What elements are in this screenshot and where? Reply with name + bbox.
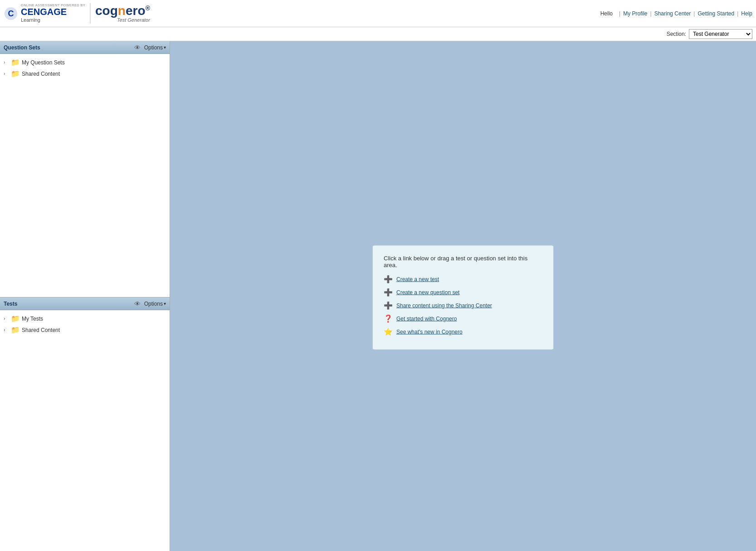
create-question-set-link[interactable]: Create a new question set xyxy=(396,289,459,295)
my-question-sets-arrow: › xyxy=(4,60,9,65)
tests-controls: 👁 Options ▾ xyxy=(134,300,166,307)
shared-content-tests-item[interactable]: › 📁 Shared Content xyxy=(2,324,168,336)
my-tests-arrow: › xyxy=(4,316,9,321)
shared-content-qs-folder-icon: 📁 xyxy=(11,69,20,78)
question-sets-content: › 📁 My Question Sets › 📁 Shared Content xyxy=(0,54,170,297)
get-started-link[interactable]: Get started with Cognero xyxy=(396,315,457,322)
shared-content-tests-label: Shared Content xyxy=(22,327,60,333)
create-question-set-item: ➕ Create a new question set xyxy=(384,288,542,297)
my-question-sets-item[interactable]: › 📁 My Question Sets xyxy=(2,57,168,68)
separator-1: | xyxy=(619,10,620,17)
my-question-sets-folder-icon: 📁 xyxy=(11,58,20,67)
welcome-title: Click a link below or drag a test or que… xyxy=(384,255,542,268)
question-sets-options-btn[interactable]: Options ▾ xyxy=(144,44,166,51)
shared-content-tests-arrow: › xyxy=(4,327,9,332)
shared-content-tests-folder-icon: 📁 xyxy=(11,326,20,334)
share-content-link[interactable]: Share content using the Sharing Center xyxy=(396,302,492,308)
cengage-top-row: C ONLINE ASSESSMENT POWERED BY CENGAGE L… xyxy=(4,3,85,23)
separator-4: | xyxy=(737,10,738,17)
help-link[interactable]: Help xyxy=(741,10,752,17)
my-tests-item[interactable]: › 📁 My Tests xyxy=(2,313,168,324)
section-select[interactable]: Test Generator xyxy=(689,29,752,39)
my-tests-label: My Tests xyxy=(22,316,43,322)
shared-content-qs-arrow: › xyxy=(4,71,9,76)
header-right: Hello | My Profile | Sharing Center | Ge… xyxy=(600,10,752,17)
tests-title: Tests xyxy=(4,301,17,307)
cengage-section: C ONLINE ASSESSMENT POWERED BY CENGAGE L… xyxy=(4,3,91,23)
welcome-box: Click a link below or drag a test or que… xyxy=(372,245,554,350)
separator-3: | xyxy=(693,10,695,17)
share-content-icon: ➕ xyxy=(384,301,393,310)
cengage-text-block: ONLINE ASSESSMENT POWERED BY CENGAGE Lea… xyxy=(21,3,85,23)
right-panel: Click a link below or drag a test or que… xyxy=(170,41,756,551)
shared-content-qs-label: Shared Content xyxy=(22,71,60,77)
my-question-sets-label: My Question Sets xyxy=(22,59,65,66)
my-profile-link[interactable]: My Profile xyxy=(623,10,647,17)
question-sets-section: Question Sets 👁 Options ▾ › 📁 My Questio… xyxy=(0,41,170,297)
get-started-item: ❓ Get started with Cognero xyxy=(384,314,542,323)
my-tests-folder-icon: 📁 xyxy=(11,314,20,323)
whats-new-icon: ⭐ xyxy=(384,327,393,336)
hello-text: Hello xyxy=(600,10,613,17)
header: C ONLINE ASSESSMENT POWERED BY CENGAGE L… xyxy=(0,0,756,27)
svg-text:C: C xyxy=(8,9,14,18)
whats-new-link[interactable]: See what's new in Cognero xyxy=(396,328,463,335)
get-started-icon: ❓ xyxy=(384,314,393,323)
getting-started-link[interactable]: Getting Started xyxy=(697,10,734,17)
separator-2: | xyxy=(650,10,652,17)
learning-label: Learning xyxy=(21,17,85,23)
create-test-link[interactable]: Create a new test xyxy=(396,276,439,282)
section-bar: Section: Test Generator xyxy=(0,27,756,41)
cengage-brand: CENGAGE xyxy=(21,7,85,16)
main-layout: Question Sets 👁 Options ▾ › 📁 My Questio… xyxy=(0,41,756,551)
section-label: Section: xyxy=(667,31,686,37)
tests-options-btn[interactable]: Options ▾ xyxy=(144,301,166,307)
tests-header: Tests 👁 Options ▾ xyxy=(0,297,170,310)
create-test-item: ➕ Create a new test xyxy=(384,275,542,283)
question-sets-controls: 👁 Options ▾ xyxy=(134,44,166,51)
tests-section: Tests 👁 Options ▾ › 📁 My Tests › xyxy=(0,297,170,551)
cognero-section: cognero® Test Generator xyxy=(91,5,150,23)
cognero-brand: cognero® xyxy=(95,5,150,17)
tests-options-arrow-icon: ▾ xyxy=(164,301,166,306)
share-content-item: ➕ Share content using the Sharing Center xyxy=(384,301,542,310)
shared-content-qs-item[interactable]: › 📁 Shared Content xyxy=(2,68,168,79)
tests-eye-icon[interactable]: 👁 xyxy=(134,300,141,307)
logo-container: C ONLINE ASSESSMENT POWERED BY CENGAGE L… xyxy=(4,3,150,23)
question-sets-title: Question Sets xyxy=(4,44,40,51)
cengage-icon: C xyxy=(4,6,18,21)
sharing-center-link[interactable]: Sharing Center xyxy=(654,10,691,17)
test-generator-subtitle: Test Generator xyxy=(95,17,150,23)
question-sets-header: Question Sets 👁 Options ▾ xyxy=(0,41,170,54)
create-test-icon: ➕ xyxy=(384,275,393,283)
whats-new-item: ⭐ See what's new in Cognero xyxy=(384,327,542,336)
tests-content: › 📁 My Tests › 📁 Shared Content xyxy=(0,310,170,551)
options-arrow-icon: ▾ xyxy=(164,45,166,50)
left-panel: Question Sets 👁 Options ▾ › 📁 My Questio… xyxy=(0,41,170,551)
question-sets-eye-icon[interactable]: 👁 xyxy=(134,44,141,51)
header-left: C ONLINE ASSESSMENT POWERED BY CENGAGE L… xyxy=(4,3,150,23)
create-question-set-icon: ➕ xyxy=(384,288,393,297)
